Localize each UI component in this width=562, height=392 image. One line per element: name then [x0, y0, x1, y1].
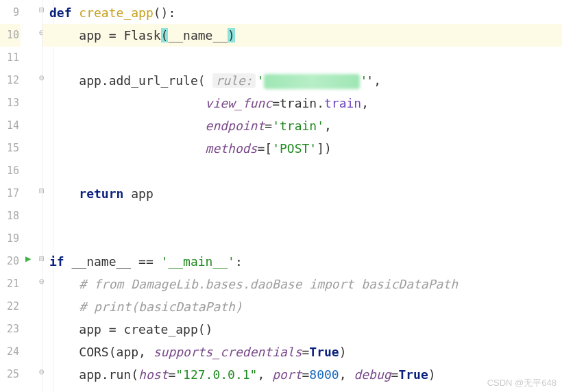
- code-line[interactable]: methods=['POST']): [42, 137, 562, 160]
- parens: (): [198, 322, 213, 336]
- line-number: 13: [0, 92, 21, 114]
- close: ]): [317, 141, 332, 156]
- text: app =: [49, 28, 123, 42]
- line-number: 12: [0, 69, 21, 92]
- fold-column: ⊟ ⊖ ⊖ ⊟ ⊟ ⊖ ⊖: [36, 0, 42, 392]
- code-line[interactable]: # from DamageLib.bases.daoBase import ba…: [42, 273, 562, 295]
- code-line[interactable]: endpoint='train',: [42, 114, 562, 137]
- comment: # print(basicDataPath): [79, 299, 242, 314]
- code-line[interactable]: [42, 47, 562, 69]
- line-number: 24: [0, 341, 21, 363]
- code-line[interactable]: [42, 160, 562, 182]
- text: ():: [154, 5, 176, 20]
- redacted-blur: [264, 74, 360, 89]
- op-eq: =: [265, 119, 272, 133]
- code-line[interactable]: app.run(host="127.0.0.1", port=8000, deb…: [42, 363, 562, 386]
- line-number: 22: [0, 295, 21, 318]
- line-number: 19: [0, 228, 21, 250]
- eq: =: [302, 367, 310, 382]
- line-number: 14: [0, 114, 21, 137]
- keyword-return: return: [79, 186, 131, 201]
- eq: =: [391, 367, 399, 382]
- line-number: 11: [0, 47, 21, 69]
- code-line[interactable]: if __name__ == '__main__':: [42, 250, 562, 273]
- code-line[interactable]: [42, 205, 562, 228]
- watermark: CSDN @无平648: [487, 377, 557, 389]
- line-number: 17: [0, 182, 21, 205]
- run-gutter-icon[interactable]: ▶: [25, 253, 31, 264]
- code-line[interactable]: view_func=train.train,: [42, 92, 562, 114]
- kwarg-supports-credentials: supports_credentials: [154, 345, 302, 359]
- close: ): [339, 345, 347, 359]
- module: train: [280, 96, 317, 110]
- dunder-name: __name__: [168, 28, 228, 42]
- colon: :: [235, 254, 243, 269]
- op-eq: ==: [131, 254, 160, 269]
- code-line[interactable]: # print(basicDataPath): [42, 295, 562, 318]
- gutter: ⊟ ⊖ ⊖ ⊟ ⊟ ⊖ ⊖ ▶ 9 10 11 12 13 14 15 16 1…: [0, 0, 42, 392]
- true-literal: True: [398, 367, 428, 382]
- pad: [49, 277, 79, 291]
- sep: ,: [257, 367, 272, 382]
- comment: # from DamageLib.bases.daoBase import ba…: [79, 277, 458, 291]
- comma: ,: [324, 119, 332, 133]
- string: 'POST': [272, 141, 317, 156]
- kwarg-endpoint: endpoint: [206, 119, 265, 133]
- code-line[interactable]: CORS(app, supports_credentials=True): [42, 341, 562, 363]
- pad: [49, 186, 79, 201]
- paren-open: (: [161, 28, 169, 42]
- kwarg-host: host: [138, 367, 168, 382]
- func-name: create_app: [79, 5, 153, 20]
- text: app =: [49, 322, 123, 336]
- string: 'train': [272, 119, 324, 133]
- id: app: [131, 186, 154, 201]
- line-number: 20: [0, 250, 21, 273]
- paren-close: ): [228, 28, 235, 42]
- kwarg-debug: debug: [354, 367, 391, 382]
- true-literal: True: [309, 345, 339, 359]
- open: (app,: [109, 345, 154, 359]
- pad: [49, 299, 79, 314]
- sep: ,: [339, 367, 354, 382]
- func-cors: CORS: [79, 345, 108, 359]
- comma: ,: [361, 96, 369, 110]
- code-line[interactable]: return app: [42, 182, 562, 205]
- attr: train: [324, 96, 361, 110]
- keyword-if: if: [49, 254, 72, 269]
- pad: [49, 345, 79, 359]
- line-number: 15: [0, 137, 21, 160]
- string: "127.0.0.1": [175, 367, 257, 382]
- number: 8000: [309, 367, 339, 382]
- code-line[interactable]: app = create_app(): [42, 318, 562, 341]
- kwarg-port: port: [272, 367, 302, 382]
- pad: [49, 119, 206, 133]
- string: '__main__': [161, 254, 235, 269]
- param-hint: rule:: [212, 73, 255, 88]
- line-number: 16: [0, 160, 21, 182]
- line-number: 23: [0, 318, 21, 341]
- pad: [49, 141, 206, 156]
- class-flask: Flask: [123, 28, 160, 42]
- text: app.run(: [49, 367, 138, 382]
- eq: =: [168, 367, 175, 382]
- text: app.add_url_rule(: [49, 73, 212, 88]
- dunder-name: __name__: [72, 254, 132, 269]
- kwarg-methods: methods: [206, 141, 258, 156]
- line-number: 10: [0, 24, 21, 47]
- pad: [49, 96, 206, 110]
- kwarg-view-func: view_func: [206, 96, 273, 110]
- line-number: 25: [0, 363, 21, 386]
- op-eq-bracket: =[: [257, 141, 272, 156]
- close: ): [428, 367, 436, 382]
- code-line-current[interactable]: app = Flask(__name__): [42, 24, 562, 47]
- code-line[interactable]: [42, 228, 562, 250]
- line-number: 21: [0, 273, 21, 295]
- code-line[interactable]: app.add_url_rule( rule:''',: [42, 69, 562, 92]
- code-area[interactable]: def create_app(): app = Flask(__name__) …: [42, 0, 562, 392]
- eq: =: [302, 345, 310, 359]
- keyword-def: def: [49, 5, 79, 20]
- text: ',: [366, 73, 381, 88]
- code-editor[interactable]: ⊟ ⊖ ⊖ ⊟ ⊟ ⊖ ⊖ ▶ 9 10 11 12 13 14 15 16 1…: [0, 0, 562, 392]
- func-call: create_app: [123, 322, 197, 336]
- code-line[interactable]: def create_app():: [42, 1, 562, 24]
